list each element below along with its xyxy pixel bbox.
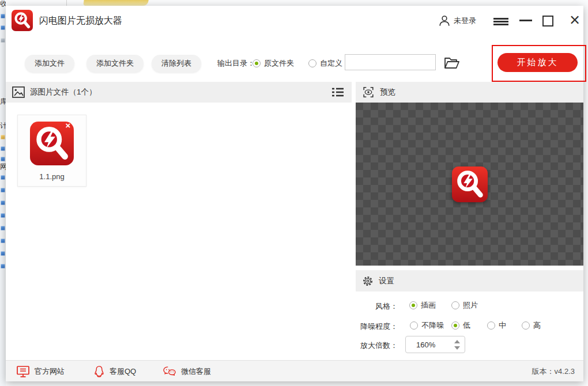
wechat-support-link[interactable]: 微信客服 [163, 361, 211, 382]
explorer-mini-icon [1, 200, 5, 205]
style-option-label: 照片 [463, 300, 478, 311]
explorer-mini-icon [1, 135, 5, 139]
preview-eye-icon [362, 86, 375, 99]
gear-icon [362, 275, 374, 287]
explorer-mini-icon [1, 239, 5, 243]
app-window: 闪电图片无损放大器 未登录 × 添加文件 添加文件夹 清除列表 输出目录： 原文… [6, 6, 583, 381]
file-name: 1.1.png [18, 172, 86, 181]
radio-denoise-low[interactable]: 低 [451, 320, 470, 331]
menu-icon[interactable] [493, 18, 508, 25]
scale-spinner[interactable]: 160% [405, 336, 465, 353]
file-thumbnail[interactable]: × 1.1.png [17, 115, 86, 187]
radio-circle[interactable] [252, 59, 261, 67]
radio-circle[interactable] [451, 301, 459, 309]
radio-circle[interactable] [409, 301, 417, 309]
clear-list-button[interactable]: 清除列表 [152, 55, 201, 72]
wechat-icon [163, 366, 176, 377]
denoise-label: 降噪程度： [352, 321, 398, 332]
radio-style-illustration[interactable]: 插画 [409, 300, 436, 311]
preview-image [452, 166, 488, 202]
monitor-icon [16, 365, 30, 378]
radio-custom-label: 自定义 [320, 58, 342, 69]
login-status[interactable]: 未登录 [454, 6, 476, 36]
radio-denoise-high[interactable]: 高 [522, 320, 541, 331]
wechat-support-label: 微信客服 [181, 366, 211, 377]
app-logo-icon [12, 10, 33, 31]
radio-circle[interactable] [487, 321, 495, 330]
radio-custom-dir[interactable]: 自定义 [308, 55, 342, 72]
explorer-mini-icon [1, 25, 5, 30]
denoise-option-label: 高 [533, 320, 541, 331]
denoise-option-label: 中 [499, 320, 506, 331]
explorer-mini-icon [1, 157, 5, 161]
scale-label: 放大倍数： [352, 340, 398, 351]
spinner-down-icon[interactable] [454, 346, 460, 350]
qq-icon [93, 365, 105, 378]
explorer-label: 库 [0, 97, 6, 107]
preview-panel-header: 预览 [356, 82, 583, 103]
explorer-mini-icon [1, 251, 5, 256]
maximize-button[interactable] [542, 16, 553, 27]
explorer-mini-icon [1, 226, 5, 230]
radio-denoise-none[interactable]: 不降噪 [410, 320, 444, 331]
explorer-mini-icon [1, 264, 5, 268]
settings-panel-title: 设置 [379, 276, 394, 286]
app-title: 闪电图片无损放大器 [39, 6, 122, 36]
remove-file-icon[interactable]: × [63, 121, 73, 130]
official-website-link[interactable]: 官方网站 [16, 361, 65, 382]
custom-path-input[interactable] [345, 54, 436, 70]
add-file-button[interactable]: 添加文件 [25, 55, 74, 72]
minimize-button[interactable] [519, 20, 532, 21]
scale-value[interactable]: 160% [416, 340, 435, 349]
style-option-label: 插画 [421, 300, 436, 311]
radio-original-label: 原文件夹 [264, 58, 294, 69]
explorer-label: 网 [0, 162, 6, 172]
spinner-up-icon[interactable] [454, 340, 460, 343]
source-panel-title: 源图片文件（1个） [30, 87, 97, 97]
footer-bar: 官方网站 客服QQ 微信客服 版本：v4.2.3 [6, 360, 583, 381]
explorer-mini-icon [1, 175, 5, 180]
background-divider [66, 0, 67, 6]
explorer-mini-icon [1, 213, 5, 218]
preview-canvas [356, 103, 583, 266]
source-panel-header: 源图片文件（1个） [6, 82, 352, 103]
explorer-mini-icon [1, 14, 5, 18]
qq-support-link[interactable]: 客服QQ [93, 361, 136, 382]
official-website-label: 官方网站 [35, 366, 65, 377]
add-folder-button[interactable]: 添加文件夹 [86, 55, 144, 72]
explorer-label: 计 [0, 121, 6, 131]
qq-support-label: 客服QQ [110, 366, 136, 377]
explorer-mini-icon [1, 38, 5, 43]
explorer-mini-icon [1, 146, 5, 151]
radio-circle[interactable] [410, 321, 418, 330]
preview-panel-title: 预览 [380, 87, 395, 97]
explorer-mini-icon [1, 188, 5, 192]
radio-style-photo[interactable]: 照片 [451, 300, 478, 311]
radio-circle[interactable] [308, 59, 316, 67]
radio-original-folder[interactable]: 原文件夹 [252, 55, 294, 72]
denoise-option-label: 低 [463, 320, 470, 331]
background-explorer-strip: 收 库 计 网 [0, 0, 6, 386]
background-folder [83, 0, 148, 6]
denoise-option-label: 不降噪 [421, 320, 444, 331]
style-label: 风格： [352, 301, 398, 312]
close-button[interactable]: × [565, 6, 585, 35]
radio-denoise-medium[interactable]: 中 [487, 320, 506, 331]
radio-circle[interactable] [522, 321, 530, 330]
output-dir-label: 输出目录： [217, 55, 255, 72]
browse-folder-icon[interactable] [444, 56, 459, 70]
settings-panel-header: 设置 [356, 270, 583, 292]
explorer-label: 收 [0, 0, 6, 9]
image-icon [12, 86, 25, 98]
user-icon[interactable] [438, 14, 451, 27]
list-view-icon[interactable] [331, 87, 344, 97]
radio-circle[interactable] [451, 321, 459, 330]
titlebar: 闪电图片无损放大器 未登录 × [6, 6, 583, 36]
start-enlarge-button[interactable]: 开始放大 [497, 53, 578, 72]
version-label: 版本：v4.2.3 [532, 361, 575, 382]
spinner-arrows[interactable] [454, 340, 460, 350]
